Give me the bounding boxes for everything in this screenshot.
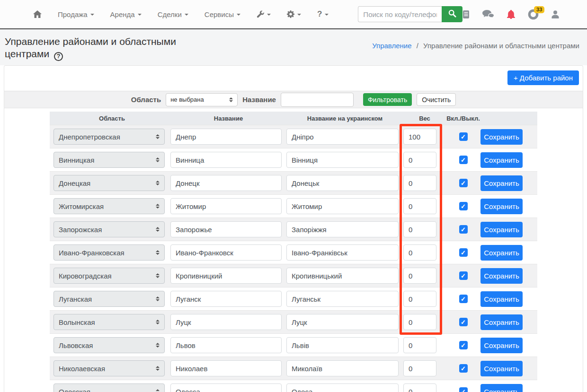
weight-input[interactable]	[403, 337, 436, 353]
weight-input[interactable]	[403, 221, 436, 237]
name-input[interactable]	[170, 360, 282, 376]
save-button[interactable]: Сохранить	[480, 222, 523, 237]
region-select[interactable]: Луганская	[53, 291, 165, 307]
region-select[interactable]: Ивано-Франковская	[53, 244, 165, 261]
save-button[interactable]: Сохранить	[480, 152, 523, 168]
name-filter-input[interactable]	[281, 93, 354, 107]
activity-button[interactable]: 33	[528, 9, 539, 20]
weight-input[interactable]	[403, 291, 436, 307]
profile-button[interactable]	[551, 10, 559, 18]
name-input[interactable]	[170, 175, 282, 191]
region-select[interactable]: Днепропетровская	[53, 129, 165, 145]
region-select[interactable]: Волынская	[53, 314, 165, 330]
name-ua-input[interactable]	[286, 383, 399, 392]
weight-input[interactable]	[403, 198, 436, 214]
enabled-checkbox[interactable]: ✓	[459, 364, 468, 373]
weight-input[interactable]	[403, 129, 436, 145]
name-input[interactable]	[170, 129, 282, 145]
name-ua-input[interactable]	[286, 152, 399, 168]
home-menu-item[interactable]	[33, 10, 42, 18]
add-district-button[interactable]: + Добавить район	[507, 70, 579, 85]
table-row: Кировоградская ✓ Сохранить	[50, 264, 537, 287]
region-select[interactable]: Винницкая	[53, 152, 165, 168]
settings-menu[interactable]	[287, 10, 301, 18]
search-input[interactable]	[358, 6, 442, 22]
region-select[interactable]: Кировоградская	[53, 268, 165, 284]
chat-bubbles-icon	[482, 10, 494, 19]
name-ua-input[interactable]	[286, 221, 399, 237]
name-input[interactable]	[170, 268, 282, 284]
weight-input[interactable]	[403, 175, 436, 191]
name-input[interactable]	[170, 244, 282, 261]
region-filter-select[interactable]: не выбрана	[166, 93, 238, 106]
name-input[interactable]	[170, 337, 282, 353]
search-button[interactable]	[442, 6, 462, 22]
save-button[interactable]: Сохранить	[480, 245, 523, 261]
enabled-checkbox[interactable]: ✓	[459, 387, 468, 392]
breadcrumb-link[interactable]: Управление	[372, 42, 411, 50]
region-filter-label: Область	[131, 96, 161, 104]
journal-button[interactable]	[462, 10, 470, 19]
name-ua-input[interactable]	[286, 360, 399, 376]
save-button[interactable]: Сохранить	[480, 129, 523, 145]
name-input[interactable]	[170, 152, 282, 168]
menu-item-deals[interactable]: Сделки	[158, 10, 188, 18]
enabled-checkbox[interactable]: ✓	[459, 295, 468, 303]
region-select[interactable]: Запорожская	[53, 221, 165, 237]
enabled-checkbox[interactable]: ✓	[459, 225, 468, 234]
weight-input[interactable]	[403, 360, 436, 376]
region-select-value: Донецкая	[59, 179, 90, 187]
enabled-checkbox[interactable]: ✓	[459, 318, 468, 326]
name-ua-input[interactable]	[286, 314, 399, 330]
save-button[interactable]: Сохранить	[480, 268, 523, 284]
clear-button[interactable]: Очистить	[417, 93, 456, 106]
save-button[interactable]: Сохранить	[480, 384, 523, 392]
save-button[interactable]: Сохранить	[480, 199, 523, 214]
enabled-checkbox[interactable]: ✓	[459, 179, 468, 187]
save-button[interactable]: Сохранить	[480, 291, 523, 307]
region-select-value: Житомирская	[59, 202, 104, 210]
messages-button[interactable]	[482, 10, 494, 19]
page-help-icon[interactable]: ?	[54, 52, 63, 61]
enabled-checkbox[interactable]: ✓	[459, 202, 468, 210]
weight-input[interactable]	[403, 314, 436, 330]
save-button[interactable]: Сохранить	[480, 175, 523, 191]
name-ua-input[interactable]	[286, 175, 399, 191]
region-select[interactable]: Николаевская	[53, 360, 165, 376]
enabled-checkbox[interactable]: ✓	[459, 248, 468, 257]
region-select[interactable]: Житомирская	[53, 198, 165, 214]
help-menu[interactable]: ?	[317, 9, 329, 19]
name-ua-input[interactable]	[286, 291, 399, 307]
menu-item-services[interactable]: Сервисы	[205, 10, 240, 18]
save-button[interactable]: Сохранить	[480, 338, 523, 353]
weight-input[interactable]	[403, 244, 436, 261]
menu-item-rent[interactable]: Аренда	[110, 10, 142, 18]
tools-menu[interactable]	[257, 10, 271, 18]
weight-input[interactable]	[403, 152, 436, 168]
chevron-down-icon	[90, 14, 94, 16]
name-ua-input[interactable]	[286, 337, 399, 353]
menu-item-sales[interactable]: Продажа	[58, 10, 94, 18]
name-input[interactable]	[170, 221, 282, 237]
enabled-checkbox[interactable]: ✓	[459, 132, 468, 141]
enabled-checkbox[interactable]: ✓	[459, 341, 468, 349]
save-button[interactable]: Сохранить	[480, 361, 523, 376]
region-select[interactable]: Львовская	[53, 337, 165, 353]
name-input[interactable]	[170, 291, 282, 307]
name-ua-input[interactable]	[286, 129, 399, 145]
name-ua-input[interactable]	[286, 244, 399, 261]
filter-button[interactable]: Фильтровать	[363, 93, 412, 106]
region-select[interactable]: Донецкая	[53, 175, 165, 191]
weight-input[interactable]	[403, 268, 436, 284]
enabled-checkbox[interactable]: ✓	[459, 271, 468, 280]
notifications-button[interactable]	[507, 10, 515, 19]
name-input[interactable]	[170, 314, 282, 330]
name-ua-input[interactable]	[286, 198, 399, 214]
weight-input[interactable]	[403, 383, 436, 392]
name-ua-input[interactable]	[286, 268, 399, 284]
region-select[interactable]: Одесская	[53, 383, 165, 392]
save-button[interactable]: Сохранить	[480, 314, 523, 330]
enabled-checkbox[interactable]: ✓	[459, 156, 468, 164]
name-input[interactable]	[170, 198, 282, 214]
name-input[interactable]	[170, 383, 282, 392]
